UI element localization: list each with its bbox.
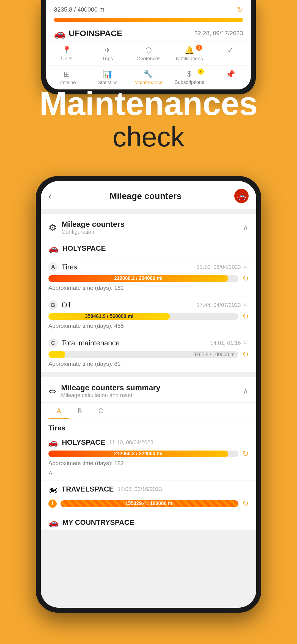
summary-holyspace-icon: 🚗 bbox=[48, 438, 58, 447]
refresh-btn-total[interactable]: ↻ bbox=[242, 350, 249, 359]
collapse-icon-mileage[interactable]: ∧ bbox=[243, 223, 249, 232]
edit-icon-oil[interactable]: ✏ bbox=[244, 301, 249, 309]
top-phone-screen: 3235.8 / 400000 mi ↻ 🚗 UFOINSPACE 22:28,… bbox=[46, 0, 251, 89]
travelspace-progress-label: 155029.4 / 100000 mi bbox=[122, 501, 176, 506]
refresh-btn-holyspace-summary[interactable]: ↻ bbox=[242, 449, 249, 458]
summary-tabs: A B C bbox=[41, 403, 256, 419]
summary-holyspace-approx: Approximate time (days): 182 bbox=[48, 460, 249, 466]
tab-geofences-label: Geofences bbox=[136, 56, 160, 62]
tires-progress-label: 212060.2 / 224000 mi bbox=[111, 275, 165, 281]
edit-icon-total[interactable]: ✏ bbox=[244, 339, 249, 346]
vehicle-date-top: 22:28, 09/17/2023 bbox=[194, 30, 243, 37]
maint-name-oil: Oil bbox=[62, 301, 197, 309]
maint-letter-c: C bbox=[48, 338, 58, 348]
oil-progress-label: 358461.9 / 560000 mi bbox=[82, 313, 136, 319]
tab-geofences[interactable]: ⬡ Geofences bbox=[128, 42, 169, 66]
oil-progress-row: 358461.9 / 560000 mi ↻ bbox=[48, 312, 249, 321]
total-progress-track: 8762.8 / 100000 mi bbox=[48, 351, 238, 358]
main-subheadline: check bbox=[25, 122, 272, 152]
bottom-phone: ‹ Mileage counters 🚗 ⚙ Mileage counters … bbox=[36, 176, 261, 613]
timeline-icon: ⊞ bbox=[64, 70, 70, 79]
trips-icon: ✈ bbox=[105, 46, 111, 55]
tab-trips-label: Trips bbox=[102, 56, 113, 62]
notifications-badge: 1 bbox=[196, 45, 202, 51]
summary-sub-title: Tires bbox=[41, 419, 256, 435]
tires-progress-fill: 212060.2 / 224000 mi bbox=[48, 275, 228, 282]
check-icon: ✓ bbox=[227, 46, 233, 55]
travelspace-progress-fill: 155029.4 / 100000 mi bbox=[61, 500, 238, 507]
total-progress-fill bbox=[48, 351, 65, 358]
vehicle-icon-top: 🚗 bbox=[54, 28, 65, 39]
total-progress-row: 8762.8 / 100000 mi ↻ bbox=[48, 350, 249, 359]
travelspace-name: TRAVELSPACE bbox=[62, 485, 114, 493]
summary-title: Mileage counters summary bbox=[61, 383, 243, 392]
summary-holyspace-date: 11:10, 08/04/2023 bbox=[109, 439, 153, 446]
collapse-icon-summary[interactable]: ∧ bbox=[243, 386, 249, 395]
tab-statistics-label: Statistics bbox=[98, 80, 117, 86]
refresh-icon-top[interactable]: ↻ bbox=[237, 5, 243, 14]
pin-icon: 📌 bbox=[226, 70, 235, 79]
section-subtitle-mileage: Configuration bbox=[62, 229, 243, 235]
tab-notifications-label: Notifications bbox=[176, 56, 203, 62]
total-approx-time: Approximate time (days): 81 bbox=[48, 361, 249, 367]
maint-item-oil: B Oil 17:44, 04/07/2023 ✏ 358461.9 / 560… bbox=[41, 296, 256, 334]
summary-travelspace: 🏍 TRAVELSPACE 14:08, 03/16/2023 ! 155029… bbox=[41, 481, 256, 513]
travelspace-date: 14:08, 03/16/2023 bbox=[118, 486, 162, 492]
refresh-btn-oil[interactable]: ↻ bbox=[242, 312, 249, 321]
oil-progress-fill: 358461.9 / 560000 mi bbox=[48, 313, 170, 320]
tab-timeline-label: Timeline bbox=[57, 80, 76, 86]
total-progress-label-right: 8762.8 / 100000 mi bbox=[193, 351, 236, 357]
main-headline: Maintenances bbox=[25, 85, 272, 122]
summary-holyspace-progress-track: 212060.2 / 224000 mi bbox=[48, 451, 238, 457]
maintenance-icon: 🔧 bbox=[144, 70, 153, 79]
edit-icon-tires[interactable]: ✏ bbox=[244, 263, 249, 271]
summary-holyspace-letter: A bbox=[48, 468, 249, 477]
tab-units[interactable]: 📍 Units bbox=[46, 42, 87, 66]
tab-trips[interactable]: ✈ Trips bbox=[87, 42, 128, 66]
geofences-icon: ⬡ bbox=[145, 46, 152, 55]
maint-date-tires: 11:10, 08/04/2023 bbox=[197, 264, 241, 270]
countryspace-icon: 🚗 bbox=[48, 518, 59, 527]
summary-holyspace: 🚗 HOLYSPACE 11:10, 08/04/2023 212060.2 /… bbox=[41, 435, 256, 481]
maint-date-oil: 17:44, 04/07/2023 bbox=[197, 302, 241, 308]
car-avatar: 🚗 bbox=[234, 189, 249, 203]
tires-progress-row: 212060.2 / 224000 mi ↻ bbox=[48, 274, 249, 283]
section-title-block: Mileage counters Configuration bbox=[62, 220, 243, 235]
tab-units-label: Units bbox=[61, 56, 72, 62]
travelspace-progress-track: 155029.4 / 100000 mi bbox=[61, 500, 238, 507]
tab-check[interactable]: ✓ bbox=[210, 42, 251, 66]
summary-holyspace-name: HOLYSPACE bbox=[62, 438, 105, 447]
maint-letter-a: A bbox=[48, 262, 58, 272]
tab-notifications[interactable]: 🔔 Notifications 1 bbox=[169, 42, 210, 66]
summary-countryspace: 🚗 MY COUNTRYSPACE bbox=[41, 513, 256, 530]
top-progress-bar bbox=[54, 18, 243, 22]
maint-letter-b: B bbox=[48, 300, 58, 310]
oil-progress-track: 358461.9 / 560000 mi bbox=[48, 313, 238, 320]
maint-item-tires: A Tires 11:10, 08/04/2023 ✏ 212060.2 / 2… bbox=[41, 258, 256, 296]
maint-item-total: C Total maintenance 14:01, 01/16 ✏ 8762.… bbox=[41, 334, 256, 372]
summary-holyspace-progress-row: 212060.2 / 224000 mi ↻ bbox=[48, 449, 249, 458]
holyspace-name: HOLYSPACE bbox=[62, 244, 106, 253]
section-mileage-header: ⚙ Mileage counters Configuration ∧ bbox=[41, 214, 256, 239]
statistics-icon: 📊 bbox=[103, 70, 112, 79]
summary-tab-b[interactable]: B bbox=[69, 403, 90, 419]
center-text-block: Maintenances check bbox=[25, 85, 272, 152]
travelspace-icon: 🏍 bbox=[48, 484, 58, 495]
summary-section-header: ⇔ Mileage counters summary Mileage calcu… bbox=[41, 377, 256, 403]
refresh-btn-tires[interactable]: ↻ bbox=[242, 274, 249, 283]
bottom-phone-screen: ‹ Mileage counters 🚗 ⚙ Mileage counters … bbox=[41, 181, 256, 608]
tires-progress-track: 212060.2 / 224000 mi bbox=[48, 275, 238, 282]
summary-icon: ⇔ bbox=[48, 386, 56, 397]
refresh-btn-travelspace[interactable]: ↻ bbox=[242, 499, 249, 508]
back-button[interactable]: ‹ bbox=[48, 191, 51, 201]
summary-holyspace-progress-fill: 212060.2 / 224000 mi bbox=[48, 451, 228, 457]
travelspace-info-icon: ! bbox=[48, 500, 57, 508]
vehicle-name-top: UFOINSPACE bbox=[69, 29, 122, 38]
summary-tab-a[interactable]: A bbox=[48, 403, 69, 419]
summary-tab-c[interactable]: C bbox=[90, 403, 111, 419]
vehicle-holyspace: 🚗 HOLYSPACE bbox=[41, 239, 256, 258]
section-mileage-counters: ⚙ Mileage counters Configuration ∧ 🚗 HOL… bbox=[41, 214, 256, 372]
tires-approx-time: Approximate time (days): 182 bbox=[48, 285, 249, 291]
screen-title: Mileage counters bbox=[57, 191, 234, 201]
tab-subscriptions-label: Subscriptions bbox=[175, 80, 204, 85]
